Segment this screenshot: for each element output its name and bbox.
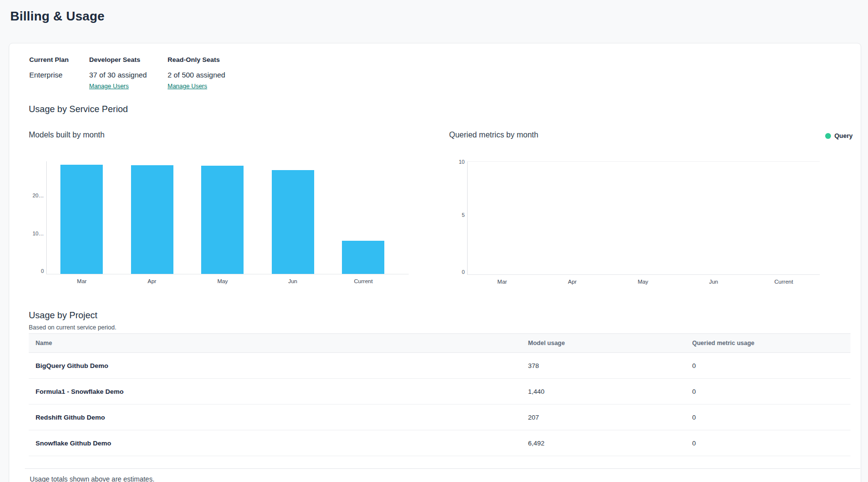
usage-by-project-subtitle: Based on current service period. — [29, 324, 116, 331]
readonly-seats-value: 2 of 500 assigned — [168, 71, 225, 79]
developer-seats-value: 37 of 30 assigned — [89, 71, 147, 79]
page-title: Billing & Usage — [10, 9, 105, 24]
models-chart-plot: 0 10… 20… Mar Apr May Jun Current — [46, 161, 409, 274]
query-legend-dot-icon — [825, 133, 831, 139]
readonly-manage-users-link[interactable]: Manage Users — [168, 83, 207, 90]
models-ytick-0: 0 — [22, 268, 44, 274]
developer-manage-users-link[interactable]: Manage Users — [89, 83, 129, 90]
project-model-usage: 207 — [528, 414, 692, 421]
project-queried-usage: 0 — [692, 388, 850, 395]
project-model-usage: 6,492 — [528, 440, 692, 447]
project-model-usage: 378 — [528, 362, 692, 369]
usage-by-service-period-title: Usage by Service Period — [29, 104, 128, 115]
models-xlabel-jun: Jun — [271, 278, 315, 284]
table-row: Formula1 - Snowflake Demo 1,440 0 — [29, 379, 850, 405]
models-xlabel-mar: Mar — [60, 278, 104, 284]
queried-ytick-0: 0 — [443, 269, 465, 275]
queried-chart-plot: 0 5 10 Mar Apr May Jun Current — [467, 161, 820, 275]
readonly-seats-label: Read-Only Seats — [168, 56, 220, 63]
models-xlabel-may: May — [201, 278, 245, 284]
table-row: BigQuery Github Demo 378 0 — [29, 353, 850, 379]
developer-seats-label: Developer Seats — [89, 56, 140, 63]
current-plan-value: Enterprise — [29, 71, 62, 79]
bar-may — [201, 166, 244, 274]
table-row: Redshift Github Demo 207 0 — [29, 405, 850, 430]
queried-xlabel-may: May — [621, 279, 665, 285]
queried-xlabel-apr: Apr — [550, 279, 594, 285]
bottom-divider — [25, 468, 860, 469]
project-queried-usage: 0 — [692, 440, 850, 447]
queried-xlabel-current: Current — [762, 279, 806, 285]
queried-chart-title: Queried metrics by month — [449, 131, 538, 139]
usage-by-project-table: Name Model usage Queried metric usage Bi… — [29, 333, 850, 456]
bar-current — [342, 241, 384, 274]
current-plan-label: Current Plan — [29, 56, 69, 63]
project-name: Formula1 - Snowflake Demo — [29, 388, 528, 395]
query-legend-label: Query — [834, 132, 853, 139]
models-ytick-10000: 10… — [22, 230, 44, 237]
usage-by-project-title: Usage by Project — [29, 310, 97, 321]
table-header-row: Name Model usage Queried metric usage — [29, 333, 850, 353]
readonly-seats-section: Read-Only Seats 2 of 500 assigned Manage… — [168, 56, 220, 63]
bar-apr — [131, 165, 173, 274]
project-queried-usage: 0 — [692, 414, 850, 421]
project-name: Redshift Github Demo — [29, 414, 528, 421]
queried-xlabel-jun: Jun — [692, 279, 736, 285]
project-queried-usage: 0 — [692, 362, 850, 369]
developer-seats-section: Developer Seats 37 of 30 assigned Manage… — [89, 56, 140, 63]
queried-xlabel-mar: Mar — [480, 279, 524, 285]
models-xlabel-apr: Apr — [130, 278, 174, 284]
queried-ytick-5: 5 — [443, 212, 465, 218]
models-xlabel-current: Current — [341, 278, 385, 284]
project-model-usage: 1,440 — [528, 388, 692, 395]
legend-query[interactable]: Query — [825, 132, 853, 139]
column-header-model: Model usage — [528, 340, 692, 347]
billing-card: Current Plan Enterprise Developer Seats … — [9, 43, 861, 482]
models-ytick-20000: 20… — [22, 192, 44, 199]
project-name: BigQuery Github Demo — [29, 362, 528, 369]
usage-footnote: Usage totals shown above are estimates. — [30, 475, 154, 482]
column-header-name: Name — [29, 340, 528, 347]
models-chart-title: Models built by month — [29, 131, 105, 139]
bar-mar — [60, 165, 103, 274]
project-name: Snowflake Github Demo — [29, 440, 528, 447]
current-plan-section: Current Plan Enterprise — [29, 56, 69, 63]
table-row: Snowflake Github Demo 6,492 0 — [29, 430, 850, 456]
bar-jun — [272, 170, 314, 274]
column-header-queried: Queried metric usage — [692, 340, 850, 347]
queried-ytick-10: 10 — [443, 158, 465, 165]
